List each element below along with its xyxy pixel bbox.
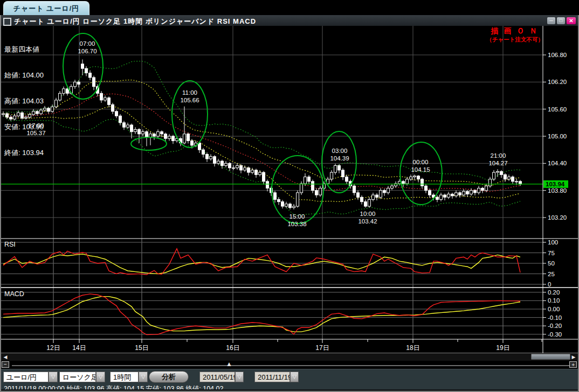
x-axis-label: 12日: [46, 344, 60, 352]
candle-body: [319, 188, 322, 195]
candle-body: [161, 132, 163, 134]
candle-body: [436, 197, 439, 199]
candle-body: [474, 191, 477, 193]
zoom-slider-handle[interactable]: ▲: [226, 360, 232, 368]
latest-quote-panel: 最新四本値 始値: 104.00 高値: 104.03 安値: 103.90 終…: [4, 28, 44, 174]
horizontal-scrollbar[interactable]: ◀ ▶: [0, 353, 579, 361]
rsi-label: RSI: [4, 241, 16, 248]
x-axis-label: 16日: [226, 344, 239, 352]
candle-body: [429, 191, 431, 195]
candle-body: [213, 157, 216, 164]
x-axis-label: 14日: [72, 344, 86, 352]
candle-body: [515, 181, 518, 182]
candle-body: [115, 111, 118, 116]
candle-body: [247, 168, 250, 172]
candle-body: [202, 150, 205, 154]
chart-type-select[interactable]: ローソク足: [59, 372, 96, 382]
candle-body: [500, 171, 503, 174]
candle-body: [364, 202, 367, 206]
candle-body: [372, 195, 375, 199]
candle-body: [89, 73, 92, 78]
candle-body: [353, 186, 356, 193]
zoom-out-button[interactable]: −: [2, 361, 9, 368]
quote-open: 始値: 104.00: [4, 71, 44, 80]
candle-body: [281, 202, 284, 206]
timeframe-select-arrow-icon[interactable]: ▽: [139, 372, 148, 382]
date-from-arrow-icon[interactable]: ▽: [235, 372, 244, 382]
candle-body: [149, 134, 152, 137]
candle-body: [100, 93, 103, 100]
candle-body: [402, 181, 405, 184]
x-axis-label: 19日: [496, 344, 509, 352]
rsi-axis-label: 0: [548, 281, 551, 288]
scrollbar-thumb[interactable]: [531, 354, 570, 360]
candle-body: [134, 129, 137, 131]
candle-body: [357, 193, 360, 197]
candle-body: [334, 166, 337, 173]
chart-window: チャート ユーロ/円 チャート ユーロ/円 ローソク足 1時間 ボリンジャーバン…: [0, 0, 579, 392]
candle-body: [255, 170, 258, 174]
candle-body: [342, 170, 344, 177]
annotation-time: 15:00: [290, 213, 305, 220]
draw-mode-notice: 描 画 Ｏ Ｎ （チャート注文不可）: [486, 26, 543, 44]
macd-axis-label: -0.10: [548, 314, 562, 321]
scroll-right-button[interactable]: ▶: [570, 353, 577, 360]
quote-high: 高値: 104.03: [4, 97, 44, 106]
zoom-slider-row: − ▲ ＋: [0, 361, 579, 369]
macd-axis-label: -0.20: [548, 323, 562, 329]
candle-body: [455, 193, 458, 196]
candle-body: [478, 188, 480, 192]
candle-body: [380, 191, 382, 198]
quote-title: 最新四本値: [4, 45, 44, 54]
date-to-field[interactable]: 2011/11/19: [254, 372, 290, 382]
candle-body: [447, 194, 450, 197]
candle-body: [466, 191, 469, 194]
candle-body: [300, 184, 303, 193]
candle-body: [308, 177, 311, 181]
annotation-time: 07:00: [80, 40, 95, 47]
candle-body: [85, 68, 88, 73]
candle-body: [470, 191, 473, 194]
symbol-select-arrow-icon[interactable]: ▽: [49, 372, 58, 382]
candle-body: [391, 186, 394, 188]
chart-type-select-arrow-icon[interactable]: ▽: [96, 372, 105, 382]
price-axis-label: 104.40: [548, 160, 567, 166]
candle-body: [112, 104, 114, 111]
quote-low: 安値: 103.90: [4, 123, 44, 131]
chart-canvas[interactable]: 07:00106.7011:00105.6617:00105.3703:0010…: [0, 0, 579, 355]
date-to-arrow-icon[interactable]: ▽: [290, 372, 299, 382]
symbol-select[interactable]: ユーロ/円: [3, 372, 49, 382]
candle-body: [138, 129, 141, 134]
timeframe-select[interactable]: 1時間: [110, 372, 139, 382]
candle-body: [47, 108, 50, 111]
candle-body: [217, 161, 220, 163]
candle-body: [251, 170, 254, 172]
annotation-time: 10:00: [360, 211, 376, 217]
candle-body: [508, 177, 511, 179]
candle-body: [330, 172, 333, 179]
window-bottom-strip: [0, 389, 579, 392]
draw-mode-sub-text: （チャート注文不可）: [486, 36, 543, 44]
macd-axis-label: 0.10: [548, 297, 560, 304]
analyze-button[interactable]: 分析: [149, 371, 189, 383]
candle-body: [485, 186, 488, 190]
candle-body: [187, 134, 190, 141]
candle-body: [59, 93, 61, 100]
macd-axis-label: 0.00: [548, 306, 560, 312]
candle-body: [146, 132, 148, 137]
price-axis-label: 103.80: [548, 187, 567, 194]
candle-body: [285, 204, 288, 206]
date-from-field[interactable]: 2011/05/19: [199, 372, 235, 382]
zoom-slider-track[interactable]: [12, 365, 569, 366]
candle-body: [55, 100, 58, 107]
candle-body: [512, 177, 514, 181]
price-axis-label: 105.60: [548, 106, 567, 113]
candle-body: [410, 177, 412, 179]
scroll-left-button[interactable]: ◀: [2, 353, 9, 360]
price-axis-label: 105.00: [548, 133, 567, 139]
annotation-time: 00:00: [413, 159, 429, 165]
candle-body: [368, 199, 371, 206]
zoom-in-button[interactable]: ＋: [569, 361, 577, 368]
candle-body: [74, 82, 77, 86]
candle-body: [225, 163, 228, 165]
